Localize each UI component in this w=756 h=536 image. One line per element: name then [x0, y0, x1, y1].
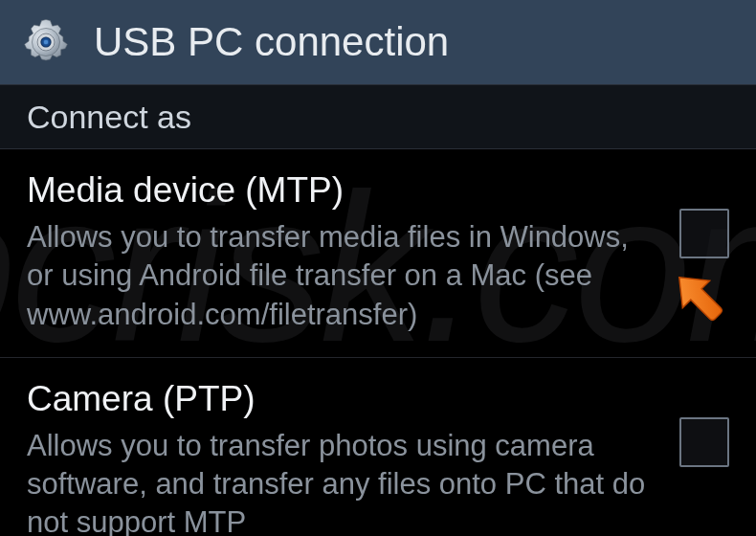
options-list: Media device (MTP) Allows you to transfe…	[0, 149, 756, 536]
option-description: Allows you to transfer photos using came…	[27, 427, 660, 536]
option-mtp[interactable]: Media device (MTP) Allows you to transfe…	[0, 149, 756, 358]
option-title: Media device (MTP)	[27, 170, 660, 211]
option-ptp[interactable]: Camera (PTP) Allows you to transfer phot…	[0, 358, 756, 536]
option-title: Camera (PTP)	[27, 379, 660, 419]
header-bar: USB PC connection	[0, 0, 756, 84]
checkbox-ptp[interactable]	[679, 417, 729, 467]
svg-point-3	[44, 40, 48, 44]
option-text: Media device (MTP) Allows you to transfe…	[27, 170, 679, 334]
section-header: Connect as	[0, 84, 756, 149]
section-title: Connect as	[27, 99, 191, 136]
checkbox-wrap	[679, 170, 729, 258]
gear-icon	[19, 15, 73, 69]
option-text: Camera (PTP) Allows you to transfer phot…	[27, 379, 679, 536]
page-title: USB PC connection	[94, 19, 449, 65]
option-description: Allows you to transfer media files in Wi…	[27, 218, 660, 334]
checkbox-mtp[interactable]	[679, 209, 729, 258]
checkbox-wrap	[679, 379, 729, 467]
arrow-pointer-icon	[666, 264, 733, 335]
